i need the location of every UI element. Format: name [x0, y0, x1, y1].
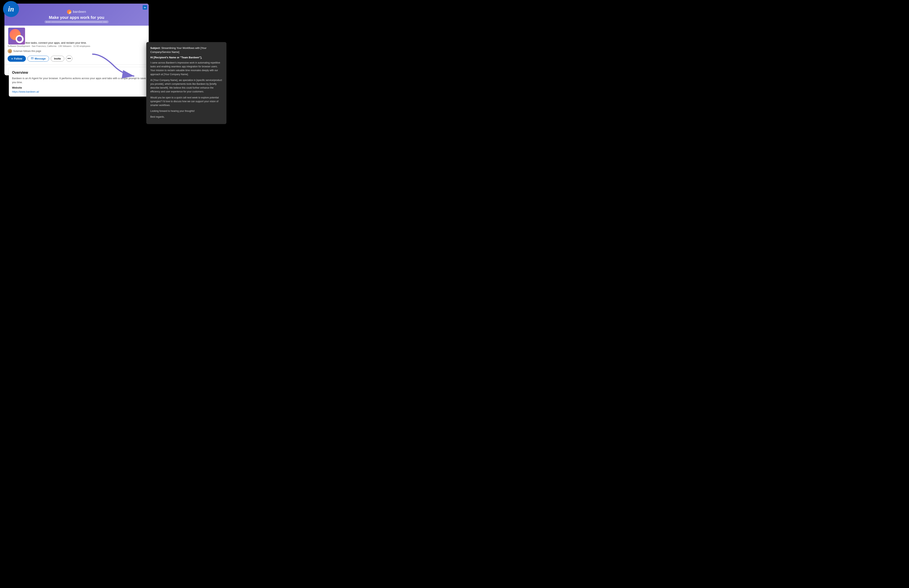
avatar-circle3	[17, 37, 22, 42]
message-icon	[31, 57, 34, 60]
more-icon: •••	[67, 57, 71, 60]
banner-tagline: Make your apps work for you	[49, 15, 104, 20]
banner-brand-name: bardeen	[73, 10, 86, 14]
linkedin-logo: in	[3, 1, 19, 17]
bardeen-logo-icon	[67, 10, 71, 14]
follower-text: Sulaman follows this page	[13, 50, 41, 53]
banner-brand: bardeen	[67, 10, 86, 14]
company-tagline: Automate repetitive tasks, connect your …	[8, 41, 145, 44]
avatar-shape	[10, 29, 24, 43]
message-button[interactable]: Message	[27, 56, 49, 61]
email-subject-label: Subject:	[150, 47, 160, 50]
website-link[interactable]: https://www.bardeen.ai/	[12, 90, 39, 93]
follower-avatar	[8, 49, 12, 53]
arrow-graphic	[86, 50, 142, 82]
email-para2: At [Your Company Name], we specialize in…	[150, 78, 223, 94]
email-panel: Subject: Streamlining Your Workflows wit…	[146, 42, 226, 124]
follower-avatar-head	[9, 50, 11, 52]
company-avatar	[8, 27, 26, 45]
website-label: Website	[12, 86, 150, 89]
message-label: Message	[35, 57, 46, 60]
email-subject: Subject: Streamlining Your Workflows wit…	[150, 46, 223, 54]
invite-label: Invite	[54, 57, 61, 60]
company-meta: Software Development · San Francisco, Ca…	[8, 45, 145, 47]
arrow-container	[86, 50, 142, 83]
email-para4: Looking forward to hearing your thoughts…	[150, 109, 223, 113]
more-button[interactable]: •••	[66, 55, 72, 62]
profile-banner: bardeen Make your apps work for you in	[5, 3, 149, 26]
linkedin-banner-badge: in	[143, 5, 147, 10]
invite-button[interactable]: Invite	[51, 56, 64, 61]
email-para1: I came across Bardeen's impressive work …	[150, 61, 223, 76]
email-greeting: Hi [Recipient's Name or "Team Bardeen"],	[150, 56, 223, 59]
company-name: Bardeen	[8, 36, 145, 41]
email-para3: Would you be open to a quick call next w…	[150, 96, 223, 107]
linkedin-logo-text: in	[8, 5, 14, 13]
email-closing: Best regards,	[150, 115, 223, 119]
banner-search-bar	[45, 21, 109, 23]
follow-button[interactable]: Follow	[8, 55, 26, 62]
profile-name-section: Bardeen Automate repetitive tasks, conne…	[8, 36, 145, 47]
